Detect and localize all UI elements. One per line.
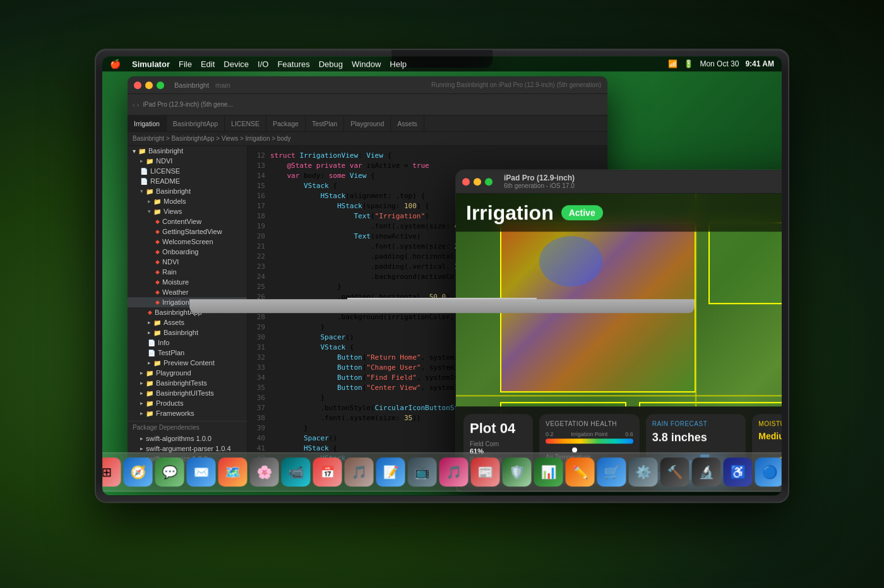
dock-appstore[interactable]: 🛒 [597, 457, 626, 486]
tab-testplan[interactable]: TestPlan [306, 115, 344, 131]
sidebar-item-ndvi[interactable]: ◆ NDVI [128, 257, 247, 267]
sidebar-item-preview-content[interactable]: ▸ 📁 Preview Content [128, 358, 247, 368]
dock-launchpad[interactable]: ⊞ [102, 457, 121, 486]
sidebar-item-products[interactable]: ▸ 📁 Products [128, 398, 247, 408]
sidebar-item-readme[interactable]: 📄 README [128, 176, 247, 186]
moisture-title: Moisture Levels [758, 420, 782, 427]
dock-safari[interactable]: 🧭 [124, 457, 153, 486]
menu-help[interactable]: Help [390, 59, 407, 69]
dock-nordvpn[interactable]: 🛡️ [503, 457, 532, 486]
ipad-close-button[interactable] [462, 178, 470, 185]
sidebar-item-info[interactable]: 📄 Info [128, 338, 247, 348]
dock-numbers[interactable]: 📊 [534, 457, 563, 486]
ipad-titlebar: iPad Pro (12.9-inch) 6th generation - iO… [456, 170, 782, 194]
xcode-toolbar: ‹ › iPad Pro (12.9-inch) (5th gene... [128, 94, 607, 115]
xcode-breadcrumb: Basinbright > BasinbrightApp > Views > I… [128, 132, 607, 146]
close-button[interactable] [134, 81, 141, 89]
dock-maps[interactable]: 🗺️ [218, 457, 248, 486]
menu-simulator[interactable]: Simulator [132, 59, 170, 69]
plot-top-right [708, 222, 782, 304]
moisture-level: Medium [758, 431, 782, 441]
macbook-bezel: 🍎 Simulator File Edit Device I/O Feature… [95, 49, 789, 503]
ipad-header: Irrigation Active [456, 194, 782, 232]
battery-icon: 🔋 [684, 59, 693, 68]
sidebar-item-contentview[interactable]: ◆ ContentView [128, 216, 247, 226]
menu-window[interactable]: Window [352, 59, 381, 69]
veg-gradient-bar [546, 438, 633, 444]
menu-bar: 🍎 Simulator File Edit Device I/O Feature… [102, 56, 782, 71]
sidebar-item-weather[interactable]: ◆ Weather [128, 287, 247, 297]
menu-edit[interactable]: Edit [201, 59, 215, 69]
sidebar-item-welcomescreen[interactable]: ◆ WelcomeScreen [128, 237, 247, 247]
minimize-button[interactable] [145, 81, 153, 89]
apple-logo[interactable]: 🍎 [110, 59, 121, 69]
rain-forecast-title: Rain Forecast [652, 420, 740, 427]
toolbar-device[interactable]: iPad Pro (12.9-inch) (5th gene... [143, 101, 232, 108]
field-corn-label: Field Corn [470, 440, 527, 447]
dock: ⊞ 🧭 💬 ✉️ 🗺️ 🌸 📹 📅 🎵 📝 📺 🎵 📰 🛡️ 📊 ✏️ 🛒 ⚙️… [102, 452, 782, 491]
sidebar-item-basinbright[interactable]: ▾ 📁 Basinbright [128, 146, 247, 156]
veg-max-label: 0.6 [625, 431, 633, 437]
breadcrumb-text: Basinbright > BasinbrightApp > Views > I… [133, 135, 291, 142]
sidebar-label: Basinbright [148, 147, 183, 155]
xcode-run-info: Running Basinbright on iPad Pro (12.9-in… [431, 81, 601, 88]
ipad-minimize-button[interactable] [474, 178, 481, 185]
menu-io[interactable]: I/O [258, 59, 268, 69]
sidebar-item-views[interactable]: ▾ 📁 Views [128, 206, 247, 216]
plot-highlight [539, 236, 602, 286]
veg-health-title: Vegetation Health [546, 420, 633, 427]
dock-keynote[interactable]: ✏️ [566, 457, 595, 486]
dock-calendar[interactable]: 📅 [313, 457, 342, 486]
dock-music[interactable]: 🎵 [439, 457, 469, 486]
tab-playground[interactable]: Playground [344, 115, 391, 131]
dock-xcode[interactable]: 🔨 [660, 457, 690, 486]
dock-photos[interactable]: 🌸 [250, 457, 279, 486]
sidebar-item-assets[interactable]: ▸ 📁 Assets [128, 317, 247, 327]
sidebar-item-gettingstartedview[interactable]: ◆ GettingStartedView [128, 226, 247, 237]
xcode-titlebar: Basinbright main Running Basinbright on … [128, 76, 607, 94]
menu-date: Mon Oct 30 [700, 59, 739, 68]
sidebar-item-license[interactable]: 📄 LICENSE [128, 166, 247, 176]
dock-mail[interactable]: ✉️ [187, 457, 216, 486]
dock-notes[interactable]: 📝 [376, 457, 405, 486]
sidebar-item-models[interactable]: ▸ 📁 Models [128, 196, 247, 206]
sidebar-item-basinbright-sub[interactable]: ▾ 📁 Basinbright [128, 186, 247, 196]
sidebar-item-basinbright-sub2[interactable]: ▸ 📁 Basinbright [128, 327, 247, 338]
sidebar-item-onboarding[interactable]: ◆ Onboarding [128, 247, 247, 257]
sidebar-item-tests[interactable]: ▸ 📁 BasinbrightTests [128, 378, 247, 388]
tab-basinbrightapp[interactable]: BasinbrightApp [167, 115, 225, 131]
dock-screentime[interactable]: 🔵 [755, 457, 782, 486]
sidebar-item-playground[interactable]: ▸ 📁 Playground [128, 368, 247, 378]
sidebar-item-uitests[interactable]: ▸ 📁 BasinbrightUITests [128, 388, 247, 398]
rain-amount: 3.8 inches [652, 431, 740, 444]
sidebar-item-testplan[interactable]: 📄 TestPlan [128, 348, 247, 358]
tab-assets[interactable]: Assets [391, 115, 424, 131]
tab-license[interactable]: LICENSE [225, 115, 266, 131]
sidebar-item-moisture[interactable]: ◆ Moisture [128, 277, 247, 287]
sidebar-item-rain[interactable]: ◆ Rain [128, 267, 247, 277]
tab-package[interactable]: Package [266, 115, 306, 131]
dock-accessibility[interactable]: ♿ [724, 457, 753, 486]
ipad-simulator: iPad Pro (12.9-inch) 6th generation - iO… [456, 170, 782, 491]
dock-sysprefs[interactable]: ⚙️ [629, 457, 658, 486]
ipad-model-subtitle: 6th generation - iOS 17.0 [504, 182, 575, 189]
dock-contacts[interactable]: 🎵 [345, 457, 374, 486]
tab-irrigation[interactable]: Irrigation [128, 115, 167, 131]
dock-messages[interactable]: 💬 [155, 457, 184, 486]
dock-instruments[interactable]: 🔬 [692, 457, 721, 486]
dock-facetime[interactable]: 📹 [282, 457, 311, 486]
menu-debug[interactable]: Debug [319, 59, 343, 69]
sidebar-item-frameworks[interactable]: ▸ 📁 Frameworks [128, 408, 247, 418]
dock-news[interactable]: 📰 [471, 457, 500, 486]
pkg-item-algorithms[interactable]: ▸ swift-algorithms 1.0.0 [128, 433, 247, 444]
toolbar-back[interactable]: ‹ › [133, 101, 139, 109]
menu-features[interactable]: Features [277, 59, 309, 69]
veg-min-label: 0.2 [546, 431, 554, 437]
veg-irrigation-point-label: Irrigation Point [571, 431, 607, 437]
dock-appletv[interactable]: 📺 [408, 457, 437, 486]
sidebar-item-ndvi-top[interactable]: ▸ 📁 NDVI [128, 156, 247, 166]
ipad-maximize-button[interactable] [485, 178, 493, 185]
maximize-button[interactable] [157, 81, 164, 89]
menu-file[interactable]: File [179, 59, 192, 69]
menu-device[interactable]: Device [224, 59, 249, 69]
